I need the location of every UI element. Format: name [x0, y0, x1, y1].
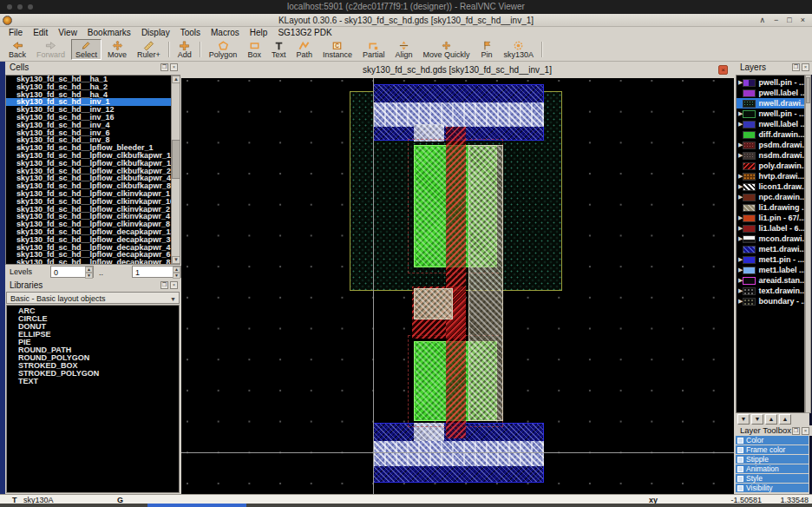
toolbox-section-color[interactable]: Color [736, 436, 809, 444]
close-panel-icon[interactable]: × [170, 281, 178, 289]
menu-item[interactable]: View [53, 28, 82, 37]
spin-up-icon[interactable]: ▲ [85, 267, 93, 273]
layer-move-up-all-icon[interactable]: ▲ [779, 414, 791, 425]
layer-move-down-icon[interactable]: ▼ [737, 414, 750, 425]
layer-row[interactable]: ▶met1.pin - ... [737, 254, 804, 265]
cell-list-item[interactable]: sky130_fd_sc_hd__ha_4 [6, 91, 180, 99]
toolbox-section-style[interactable]: Style [736, 474, 809, 483]
float-panel-icon[interactable]: ❐ [160, 281, 168, 289]
select-button[interactable]: Select [71, 39, 102, 60]
polygon-button[interactable]: Polygon [205, 39, 242, 60]
technology-button[interactable]: sky130A [500, 39, 539, 60]
cell-list-item[interactable]: sky130_fd_sc_hd__lpflow_clkinvkapwr_2 [6, 206, 180, 214]
cell-list-item[interactable]: sky130_fd_sc_hd__lpflow_decapkapwr_12 [6, 228, 180, 236]
box-button[interactable]: Box [243, 39, 265, 60]
scroll-down-icon[interactable]: ▼ [172, 256, 180, 264]
layer-row[interactable]: ▶diff.drawin... [737, 129, 804, 140]
cell-list-item[interactable]: sky130_fd_sc_hd__lpflow_clkbufkapwr_1 [6, 152, 180, 160]
cell-list-item[interactable]: sky130_fd_sc_hd__lpflow_clkinvkapwr_1 [6, 190, 180, 198]
layer-move-up-icon[interactable]: ▲ [765, 414, 777, 425]
close-panel-icon[interactable]: × [170, 63, 178, 71]
canvas-tab[interactable]: sky130_fd_sc_hd.gds [sky130_fd_sc_hd__in… [180, 65, 734, 75]
layer-move-down-all-icon[interactable]: ▼ [751, 414, 763, 425]
levels-from-spinner[interactable]: 0 ▲▼ [50, 266, 94, 278]
float-panel-icon[interactable]: ❐ [792, 63, 800, 71]
layer-row[interactable]: ▶nwell.label ... [737, 119, 804, 129]
cell-list-item[interactable]: sky130_fd_sc_hd__lpflow_decapkapwr_3 [6, 236, 180, 244]
horizontal-scrollbar-thumb[interactable] [147, 504, 246, 507]
layer-row[interactable]: ▶nsdm.drawi... [737, 150, 804, 161]
close-icon[interactable]: × [801, 16, 805, 24]
cell-list-item[interactable]: sky130_fd_sc_hd__inv_8 [6, 136, 180, 144]
layer-row[interactable]: ▶nwell.drawi... [737, 98, 804, 109]
ruler-button[interactable]: Ruler+ [133, 39, 165, 60]
spin-down-icon[interactable]: ▼ [173, 273, 180, 279]
menu-item[interactable]: File [3, 28, 28, 37]
cell-list-item[interactable]: sky130_fd_sc_hd__inv_4 [6, 122, 180, 129]
layer-row[interactable]: ▶met1.drawi... [737, 244, 804, 254]
spin-down-icon[interactable]: ▼ [85, 273, 93, 279]
levels-to-spinner[interactable]: 1 ▲▼ [132, 266, 181, 278]
cell-list-item[interactable]: sky130_fd_sc_hd__ha_2 [6, 83, 180, 91]
cell-list-item[interactable]: sky130_fd_sc_hd__lpflow_clkbufkapwr_8 [6, 182, 180, 190]
layout-canvas[interactable] [181, 78, 734, 494]
toolbox-section-stipple[interactable]: Stipple [736, 455, 809, 464]
layer-row[interactable]: ▶li1.drawing ... [737, 202, 804, 213]
cell-list-item[interactable]: sky130_fd_sc_hd__lpflow_clkinvkapwr_16 [6, 198, 180, 206]
cell-list-item[interactable]: sky130_fd_sc_hd__lpflow_bleeder_1 [6, 144, 180, 152]
toolbox-section-animation[interactable]: Animation [736, 464, 809, 473]
layers-list[interactable]: ▶pwell.pin - ... ▶pwell.label ... ▶nwell… [736, 75, 805, 413]
layer-row[interactable]: ▶licon1.draw... [737, 181, 804, 192]
cell-list-item[interactable]: sky130_fd_sc_hd__lpflow_clkinvkapwr_8 [6, 221, 180, 228]
basic-objects-list[interactable]: ARCCIRCLEDONUTELLIPSEPIEROUND_PATHROUND_… [6, 305, 180, 493]
library-dropdown[interactable]: Basic - Basic layout objects ▼ [6, 292, 180, 304]
menu-item[interactable]: Bookmarks [82, 28, 136, 37]
basic-object-item[interactable]: ELLIPSE [7, 331, 179, 339]
cell-list-item[interactable]: sky130_fd_sc_hd__ha_1 [6, 76, 180, 83]
cell-list-item[interactable]: sky130_fd_sc_hd__inv_6 [6, 129, 180, 137]
shade-icon[interactable]: ∧ [759, 16, 765, 24]
toolbox-section-frame-color[interactable]: Frame color [736, 445, 809, 454]
pin-button[interactable]: Pin [476, 39, 498, 60]
layer-row[interactable]: ▶li1.pin - 67/... [737, 213, 804, 223]
layer-row[interactable]: ▶nwell.pin - ... [737, 109, 804, 119]
menu-item[interactable]: Display [136, 28, 175, 37]
layer-row[interactable]: ▶areaid.stan... [737, 275, 804, 286]
menu-item[interactable]: Tools [175, 28, 206, 37]
maximize-icon[interactable]: □ [787, 16, 791, 24]
cell-list-item[interactable]: sky130_fd_sc_hd__lpflow_decapkapwr_4 [6, 244, 180, 252]
cells-list[interactable]: sky130_fd_sc_hd__ha_1sky130_fd_sc_hd__ha… [5, 75, 180, 265]
cell-list-item[interactable]: sky130_fd_sc_hd__lpflow_clkinvkapwr_4 [6, 213, 180, 221]
cell-list-item[interactable]: sky130_fd_sc_hd__lpflow_decapkapwr_8 [6, 259, 180, 265]
menu-item[interactable]: Edit [28, 28, 53, 37]
menu-item[interactable]: Macros [206, 28, 245, 37]
cell-list-item[interactable]: sky130_fd_sc_hd__lpflow_clkbufkapwr_4 [6, 174, 180, 182]
close-panel-icon[interactable]: × [802, 427, 809, 435]
layer-row[interactable]: ▶npc.drawin... [737, 192, 804, 202]
layers-scrollbar[interactable] [805, 75, 811, 413]
layer-row[interactable]: ▶poly.drawin... [737, 161, 804, 171]
layer-row[interactable]: ▶li1.label - 6... [737, 223, 804, 234]
scrollbar-thumb[interactable] [172, 140, 180, 179]
partial-button[interactable]: Partial [358, 39, 390, 60]
cells-scrollbar[interactable]: ▲ ▼ [171, 76, 180, 264]
layer-row[interactable]: ▶hvtp.drawi... [737, 171, 804, 181]
forward-button[interactable]: Forward [32, 39, 69, 60]
menu-item[interactable]: Help [245, 28, 273, 37]
instance-button[interactable]: C Instance [318, 39, 357, 60]
spin-up-icon[interactable]: ▲ [173, 267, 180, 273]
cell-list-item[interactable]: sky130_fd_sc_hd__lpflow_decapkapwr_6 [6, 251, 180, 259]
close-panel-icon[interactable]: × [802, 63, 809, 71]
float-panel-icon[interactable]: ❐ [160, 63, 168, 71]
text-button[interactable]: Text [267, 39, 291, 60]
layer-row[interactable]: ▶text.drawin... [737, 286, 804, 296]
layer-row[interactable]: ▶boundary - ... [737, 296, 804, 306]
scroll-up-icon[interactable]: ▲ [172, 76, 180, 83]
layer-row[interactable]: ▶mcon.drawi... [737, 234, 804, 244]
minimize-icon[interactable]: − [774, 16, 778, 24]
path-button[interactable]: Path [291, 39, 317, 60]
layer-row[interactable]: ▶met1.label ... [737, 265, 804, 275]
cell-list-item[interactable]: sky130_fd_sc_hd__lpflow_clkbufkapwr_2 [6, 168, 180, 175]
layer-row[interactable]: ▶pwell.pin - ... [737, 77, 804, 88]
back-button[interactable]: Back [4, 39, 30, 60]
